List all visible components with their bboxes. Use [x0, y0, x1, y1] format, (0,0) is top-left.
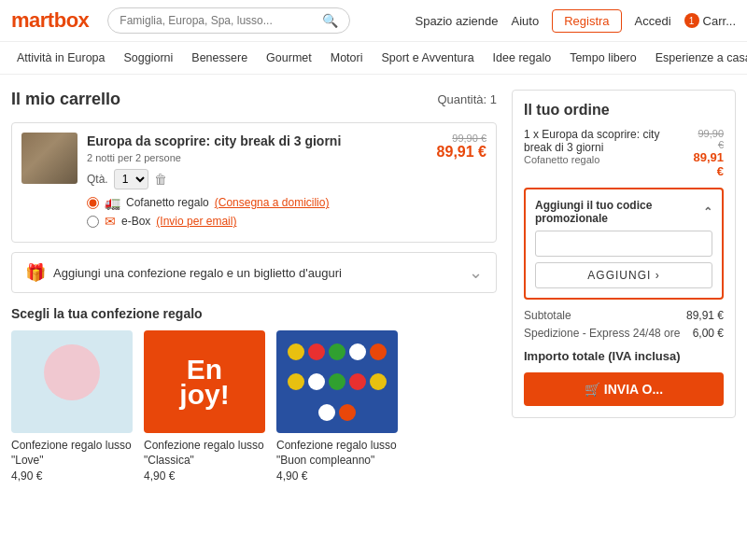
nav-gourmet[interactable]: Gourmet [257, 42, 321, 74]
gift-banner-left: 🎁 Aggiungi una confezione regalo e un bi… [25, 262, 342, 283]
gift-banner[interactable]: 🎁 Aggiungi una confezione regalo e un bi… [11, 252, 497, 293]
gift-box-classica-price: 4,90 € [144, 469, 265, 483]
item-new-price: 89,91 € [437, 144, 486, 161]
search-input[interactable] [120, 14, 317, 27]
order-summary-title: Il tuo ordine [524, 102, 724, 119]
shipping-label: Spedizione - Express 24/48 ore [524, 327, 680, 340]
gift-boxes-title: Scegli la tua confezione regalo [11, 306, 497, 321]
order-old-price: 99,90 € [693, 128, 724, 150]
spazio-aziende-link[interactable]: Spazio aziende [416, 14, 499, 28]
cart-item: Europa da scoprire: city break di 3 gior… [11, 122, 497, 243]
nav-tempo[interactable]: Tempo libero [560, 42, 646, 74]
promo-label: Aggiungi il tuo codice promozionale ⌃ [535, 199, 712, 225]
promo-section: Aggiungi il tuo codice promozionale ⌃ AG… [524, 188, 724, 300]
order-item-row: 1 x Europa da scoprire: city break di 3 … [524, 128, 724, 178]
dot-4 [349, 343, 366, 360]
promo-label-text: Aggiungi il tuo codice promozionale [535, 199, 703, 225]
delivery-option-cofanetto: 🚛 Cofanetto regalo (Consegna a domicilio… [87, 195, 428, 210]
main-content: Il mio carrello Quantità: 1 Europa da sc… [0, 75, 747, 497]
main-nav: Attività in Europa Soggiorni Benessere G… [0, 42, 747, 75]
checkout-button[interactable]: 🛒 INVIA O... [524, 372, 724, 406]
ebox-label: e-Box [121, 215, 150, 228]
nav-soggiorni[interactable]: Soggiorni [115, 42, 183, 74]
order-item-description-area: 1 x Europa da scoprire: city break di 3 … [524, 128, 693, 178]
logo[interactable]: martbox [11, 8, 89, 33]
promo-add-button[interactable]: AGGIUNGI › [535, 262, 712, 288]
gift-box-love-image: ♥ [11, 330, 133, 433]
shipping-row: Spedizione - Express 24/48 ore 6,00 € [524, 327, 724, 340]
register-button[interactable]: Registra [552, 9, 621, 33]
nav-esperienze[interactable]: Esperienze a casa [646, 42, 747, 74]
gift-icon: 🎁 [25, 262, 46, 283]
order-item-prices: 99,90 € 89,91 € [693, 128, 724, 178]
gift-box-love-label: Confezione regalo lusso "Love" [11, 439, 133, 468]
search-bar: 🔍 [107, 7, 350, 34]
cofanetto-radio[interactable] [87, 197, 99, 209]
gift-box-classica[interactable]: Enjoy! Confezione regalo lusso "Classica… [144, 330, 265, 483]
dot-5 [370, 343, 387, 360]
item-title: Europa da scoprire: city break di 3 gior… [87, 133, 428, 149]
header-right: Spazio aziende Aiuto Registra Accedi 1 C… [416, 9, 736, 33]
item-image [21, 133, 78, 184]
gift-banner-text: Aggiungi una confezione regalo e un bigl… [53, 266, 342, 280]
accedi-link[interactable]: Accedi [635, 14, 671, 28]
enjoy-text: Enjoy! [179, 357, 229, 407]
gift-box-birthday[interactable]: Confezione regalo lusso "Buon compleanno… [276, 330, 398, 483]
nav-attivita[interactable]: Attività in Europa [7, 42, 115, 74]
dot-2 [308, 343, 325, 360]
cart-label: Carr... [703, 14, 736, 28]
cart-title: Il mio carrello [11, 90, 120, 109]
quantity-select[interactable]: 1 2 3 [114, 169, 148, 189]
dot-3 [329, 343, 345, 360]
dot-12 [339, 404, 356, 421]
item-old-price: 99,90 € [437, 133, 486, 144]
cart-button[interactable]: 1 Carr... [684, 13, 736, 28]
item-quantity-row: Qtà. 1 2 3 🗑 [87, 169, 428, 189]
ebox-link[interactable]: (Invio per email) [156, 215, 236, 228]
nav-motori[interactable]: Motori [321, 42, 373, 74]
item-price-area: 99,90 € 89,91 € [437, 133, 486, 161]
gift-box-classica-label: Confezione regalo lusso "Classica" [144, 439, 265, 468]
ebox-radio[interactable] [87, 216, 99, 228]
gift-box-love[interactable]: ♥ Confezione regalo lusso "Love" 4,90 € [11, 330, 133, 483]
header: martbox 🔍 Spazio aziende Aiuto Registra … [0, 0, 747, 42]
nav-benessere[interactable]: Benessere [182, 42, 257, 74]
gift-box-birthday-image [276, 330, 398, 433]
gift-box-classica-image: Enjoy! [144, 330, 265, 433]
quantity-label: Quantità: 1 [437, 92, 497, 106]
item-details: Europa da scoprire: city break di 3 gior… [87, 133, 428, 232]
order-item-sub: Cofanetto regalo [524, 154, 693, 165]
total-row: Importo totale (IVA inclusa) [524, 349, 724, 363]
dot-10 [370, 373, 387, 390]
dot-11 [318, 404, 335, 421]
qty-text: Qtà. [87, 173, 108, 186]
nav-sport[interactable]: Sport e Avventura [372, 42, 483, 74]
cart-badge: 1 [684, 13, 699, 28]
order-item-description: 1 x Europa da scoprire: city break di 3 … [524, 128, 693, 154]
delete-item-button[interactable]: 🗑 [154, 172, 167, 187]
subtotal-value: 89,91 € [686, 309, 724, 322]
delivery-link[interactable]: (Consegna a domicilio) [215, 196, 330, 209]
gift-boxes-container: ♥ Confezione regalo lusso "Love" 4,90 € … [11, 330, 497, 483]
aiuto-link[interactable]: Aiuto [512, 14, 540, 28]
dot-9 [349, 373, 366, 390]
dot-7 [308, 373, 325, 390]
promo-code-input[interactable] [535, 231, 712, 257]
left-panel: Il mio carrello Quantità: 1 Europa da sc… [11, 90, 497, 483]
delivery-option-ebox: ✉ e-Box (Invio per email) [87, 214, 428, 229]
search-icon[interactable]: 🔍 [322, 13, 338, 28]
promo-chevron-icon: ⌃ [703, 205, 712, 218]
dot-8 [329, 373, 345, 390]
nav-idee[interactable]: Idee regalo [484, 42, 561, 74]
subtotal-row: Subtotale 89,91 € [524, 309, 724, 322]
truck-icon: 🚛 [105, 195, 120, 210]
gift-box-love-price: 4,90 € [11, 469, 133, 483]
cart-header: Il mio carrello Quantità: 1 [11, 90, 497, 109]
dot-6 [288, 373, 304, 390]
right-panel: Il tuo ordine 1 x Europa da scoprire: ci… [512, 90, 736, 483]
delivery-options: 🚛 Cofanetto regalo (Consegna a domicilio… [87, 195, 428, 229]
order-summary: Il tuo ordine 1 x Europa da scoprire: ci… [512, 90, 736, 418]
item-subtitle: 2 notti per 2 persone [87, 152, 428, 163]
total-label: Importo totale (IVA inclusa) [524, 349, 681, 363]
gift-box-birthday-price: 4,90 € [276, 469, 398, 483]
